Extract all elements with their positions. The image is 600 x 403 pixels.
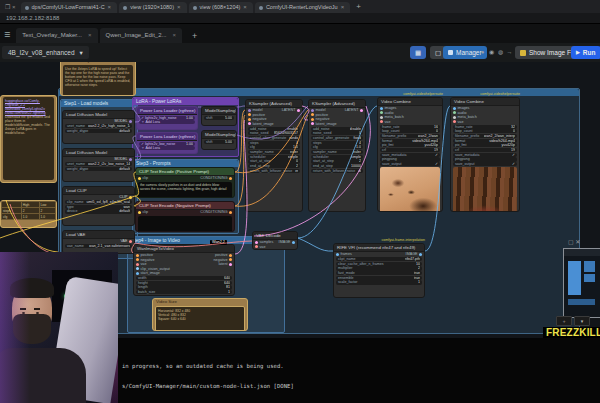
model-pin[interactable] <box>248 109 251 112</box>
note-table[interactable]: HighLow steps22 cfg1.01.0 <box>0 200 57 228</box>
vae-pin[interactable] <box>136 263 139 266</box>
close-icon[interactable]: × <box>88 28 92 43</box>
vae-pin[interactable] <box>129 240 132 243</box>
widget-format[interactable]: formatvideo/h264-mp4 <box>380 139 440 143</box>
widget-pix-fmt[interactable]: pix_fmtyuv420p <box>453 143 517 147</box>
image-pin[interactable] <box>336 253 339 256</box>
widget-end-step[interactable]: end_at_step10000 <box>311 164 363 168</box>
close-icon[interactable]: × <box>341 2 345 13</box>
widget-add-noise[interactable]: add_noisedisable <box>311 127 363 131</box>
latent-pin[interactable] <box>255 241 258 244</box>
browser-tab-4[interactable]: ComfyUI-RenterLongVideoJu× <box>255 2 350 13</box>
run-button[interactable]: ▶Run <box>571 46 600 59</box>
node-title[interactable]: KSampler (Advanced) <box>246 100 302 108</box>
widget-device[interactable]: devicedefault <box>65 209 132 213</box>
node-negative-prompt[interactable]: CLIP Text Encode (Negative Prompt) clipC… <box>135 201 235 232</box>
widget-filename-prefix[interactable]: filename_prefixwan2_2/wan_interp <box>453 134 517 138</box>
workflow-tab-1[interactable]: Text_Overlay_Maker...× <box>16 28 97 43</box>
widget-pix-fmt[interactable]: pix_fmtyuv420p <box>380 143 440 147</box>
note-resources[interactable]: huggingface.co/Comfy-Org/Wan_2.2 WanVide… <box>0 95 57 183</box>
conditioning-pin[interactable] <box>311 113 314 116</box>
widget-vae-name[interactable]: vae_namewan_2.1_vae.safetensors <box>65 244 132 248</box>
model-pin[interactable] <box>129 158 132 161</box>
meta-batch-pin[interactable] <box>380 116 383 119</box>
image-pin[interactable] <box>380 107 383 110</box>
widget-steps[interactable]: steps4 <box>248 141 300 145</box>
mini-window-controls[interactable]: ▢ ✕ <box>568 238 580 245</box>
node-rife-vfi[interactable]: RIFE VFI (recommend rife47 and rife49) f… <box>333 243 425 298</box>
node-load-vae[interactable]: Load VAE VAE vae_namewan_2.1_vae.safeten… <box>62 230 135 254</box>
add-workflow-button[interactable]: + <box>192 31 197 41</box>
widget-shift[interactable]: shift5.00 <box>204 140 234 144</box>
widget-control[interactable]: control_after_generaterandomize <box>248 136 300 140</box>
widget-pingpong[interactable]: pingpong <box>380 157 440 161</box>
widget-loop-count[interactable]: loop_count0 <box>453 129 517 133</box>
vae-pin[interactable] <box>255 245 258 248</box>
node-video-combine-1[interactable]: Video Combine images audio meta_batch va… <box>377 97 443 212</box>
widget-type[interactable]: typewan <box>65 205 132 209</box>
widget-scheduler[interactable]: schedulersimple <box>248 155 300 159</box>
node-title[interactable]: Load CLIP <box>63 187 134 195</box>
node-title[interactable]: Load VAE <box>63 231 134 239</box>
image-pin[interactable] <box>136 272 139 275</box>
menu-icon[interactable]: ☰ <box>4 31 10 39</box>
node-model-sampling-1[interactable]: ModelSamplingSD3 shift5.00 <box>201 106 237 126</box>
widget-frame-rate[interactable]: frame_rate32 <box>453 125 517 129</box>
conditioning-pin[interactable] <box>229 211 232 214</box>
model-pin[interactable] <box>129 120 132 123</box>
node-model-sampling-2[interactable]: ModelSamplingSD3 shift5.00 <box>201 130 237 150</box>
widget-pingpong[interactable]: pingpong <box>453 157 517 161</box>
node-title[interactable]: KSampler (Advanced) <box>309 100 365 108</box>
widget-scale-factor[interactable]: scale_factor1 <box>336 280 422 284</box>
widget-crf[interactable]: crf19 <box>380 148 440 152</box>
overlay-add-button[interactable]: ＋ <box>556 316 572 326</box>
node-title[interactable]: ModelSamplingSD3 <box>202 131 236 139</box>
widget-batch-size[interactable]: batch_size1 <box>136 290 232 294</box>
widget-clip-name[interactable]: clip_nameumt5_xxl_fp8_e4m3fn_scaled.safe… <box>65 200 132 204</box>
widget-leftover-noise[interactable]: return_with_leftover_noisedisable <box>311 169 363 173</box>
close-icon[interactable]: × <box>173 28 177 43</box>
widget-end-step[interactable]: end_at_step2 <box>248 164 300 168</box>
node-title[interactable]: CLIP Text Encode (Negative Prompt) <box>136 202 234 210</box>
node-title[interactable]: Load Diffusion Model <box>63 111 134 119</box>
widget-crf[interactable]: crf19 <box>453 148 517 152</box>
new-tab-button[interactable]: + <box>356 2 361 11</box>
widget-weight-dtype[interactable]: weight_dtypedefault <box>65 167 132 171</box>
vae-pin[interactable] <box>380 120 383 123</box>
widget-weight-dtype[interactable]: weight_dtypedefault <box>65 129 132 133</box>
widget-noise-seed[interactable]: noise_seed0 <box>311 131 363 135</box>
node-title[interactable]: Power Lora Loader (rgthree) <box>137 133 197 141</box>
close-icon[interactable]: × <box>177 2 181 13</box>
widget-multiplier[interactable]: multiplier2 <box>336 266 422 270</box>
note-select-lora[interactable]: Select 2 Ways LoRA Use the 4steps LoRA t… <box>60 62 136 96</box>
node-title[interactable]: Power Lora Loader (rgthree) <box>137 107 197 115</box>
widget-save-metadata[interactable]: save_metadata✓ <box>453 153 517 157</box>
mini-window[interactable] <box>563 248 600 318</box>
node-power-lora-1[interactable]: Power Lora Loader (rgthree) ✓ lightx2v_h… <box>136 106 198 130</box>
widget-save-output[interactable]: save_output✓ <box>453 162 517 166</box>
note-link[interactable]: huggingface.co/Comfy-Org/Wan_2.2 <box>5 99 52 107</box>
model-pin[interactable] <box>311 109 314 112</box>
widget-lora[interactable]: ✓ lightx2v_high_noise1.00 <box>139 116 195 120</box>
status-dot-icon[interactable]: ● <box>478 47 487 58</box>
node-title[interactable]: WanImageToVideo <box>134 245 234 253</box>
close-icon[interactable]: × <box>243 2 247 13</box>
user-icon[interactable]: ◍ <box>496 47 505 58</box>
browser-tab-3[interactable]: view (608×1204)× <box>189 2 253 13</box>
node-title[interactable]: RIFE VFI (recommend rife47 and rife49) <box>334 244 424 252</box>
meta-batch-pin[interactable] <box>453 116 456 119</box>
widget-ensemble[interactable]: ensembletrue <box>336 276 422 280</box>
widget-loop-count[interactable]: loop_count0 <box>380 129 440 133</box>
widget-lora[interactable]: ✓ lightx2v_low_noise1.00 <box>139 142 195 146</box>
widget-length[interactable]: length81 <box>136 285 232 289</box>
image-pin[interactable] <box>453 107 456 110</box>
clip-pin[interactable] <box>138 177 141 180</box>
latent-pin[interactable] <box>297 109 300 112</box>
node-ksampler-1[interactable]: KSampler (Advanced) modelLATENT positive… <box>245 99 303 212</box>
widget-add-noise[interactable]: add_noiseenable <box>248 127 300 131</box>
widget-frame-rate[interactable]: frame_rate16 <box>380 125 440 129</box>
node-video-combine-2[interactable]: Video Combine images audio meta_batch va… <box>450 97 520 212</box>
group-step1-title[interactable]: Step1 - Load models <box>61 100 137 107</box>
arrow-right-icon[interactable]: → <box>505 47 514 58</box>
group-prompts-title[interactable]: Step3 - Prompts <box>133 160 238 167</box>
